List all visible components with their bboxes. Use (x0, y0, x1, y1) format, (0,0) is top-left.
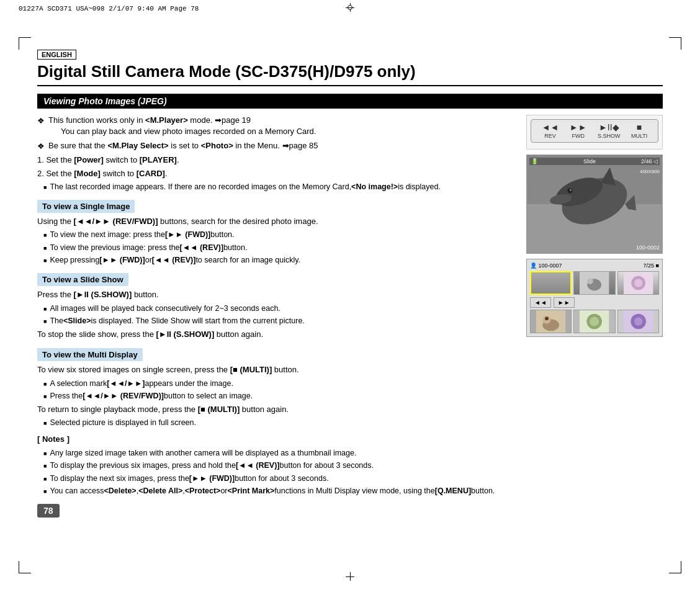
thumb-4 (530, 310, 572, 333)
rev-label: REV (544, 133, 556, 139)
print-header: 01227A SCD371 USA~098 2/1/07 9:40 AM Pag… (19, 5, 199, 12)
thumb-3 (617, 271, 659, 295)
thumb-5 (573, 310, 615, 333)
resolution-label: 400X600 (640, 169, 660, 174)
page-number: 78 (37, 504, 60, 518)
main-content: ENGLISH Digital Still Camera Mode (SC-D3… (37, 50, 663, 555)
multi-count-info: 7/25 ■ (644, 262, 659, 269)
notes-item-3: To display the next six images, press th… (43, 473, 516, 485)
notes-header: [ Notes ] (37, 434, 516, 446)
svg-point-8 (570, 189, 572, 191)
single-item-2: To view the previous image: press the [◄… (43, 243, 516, 254)
fwd-icon: ►► (570, 123, 587, 132)
notes-item-1: Any large sized image taken with another… (43, 448, 516, 459)
content-area: ❖ This function works only in <M.Player>… (37, 115, 663, 518)
svg-point-21 (590, 317, 599, 326)
image-column: ◄◄ REV ►► FWD ►II◆ S.SHOW ■ (526, 115, 663, 518)
photo-count: 2/46 ◁ (641, 158, 658, 164)
camera-controls: ◄◄ REV ►► FWD ►II◆ S.SHOW ■ (526, 115, 663, 150)
intro-sub-1: You can play back and view photo images … (61, 127, 316, 136)
diamond-icon-1: ❖ (37, 115, 45, 127)
multi-item-1: A selection mark [◄◄/►►] appears under t… (43, 379, 516, 390)
intro-bullet-1: ❖ This function works only in <M.Player>… (37, 115, 516, 137)
subsection-header-single: To view a Single Image (37, 200, 135, 213)
corner-mark-tr (669, 37, 681, 50)
multi-selected: Selected picture is displayed in full sc… (43, 418, 516, 429)
text-column: ❖ This function works only in <M.Player>… (37, 115, 516, 518)
svg-point-18 (545, 317, 549, 321)
sshow-icon: ►II◆ (599, 123, 619, 132)
intro-bullet-2: ❖ Be sure that the <M.Play Select> is se… (37, 140, 516, 152)
control-multi: ■ MULTI (631, 123, 647, 139)
battery-icon: 🔋 (531, 158, 538, 164)
page-title: Digital Still Camera Mode (SC-D375(H)/D9… (37, 62, 663, 86)
multi-item-2: Press the [◄◄/►► (REV/FWD)] button to se… (43, 391, 516, 402)
thumb-grid-bottom (530, 310, 659, 333)
thumb-grid-top (530, 271, 659, 295)
multi-return: To return to single playback mode, press… (37, 404, 516, 416)
thumb-prev-btn[interactable]: ◄◄ (530, 297, 551, 308)
intro-text-2: Be sure that the <M.Play Select> is set … (48, 140, 318, 151)
slide-label: Slide (583, 158, 596, 164)
svg-point-11 (588, 279, 593, 284)
corner-mark-tl (19, 37, 31, 50)
corner-mark-br (669, 561, 681, 573)
thumb-1 (530, 271, 572, 295)
numbered-item-2: 2. Set the [Mode] switch to [CARD]. (37, 168, 516, 179)
english-badge: ENGLISH (37, 50, 76, 60)
multi-intro: To view six stored images on single scre… (37, 364, 516, 376)
notes-item-4: You can access <Delete>, <Delete All>, <… (43, 486, 516, 497)
multi-icon: ■ (637, 123, 642, 132)
rev-icon: ◄◄ (542, 123, 559, 132)
slideshow-stop: To stop the slide show, press the [►II (… (37, 329, 516, 341)
photo-display: 🔋 Slide 2/46 ◁ 400X600 100-0002 (526, 155, 663, 254)
note-recorded-image: The last recorded image appears. If ther… (43, 182, 516, 193)
svg-point-14 (634, 279, 642, 287)
multi-display: 👤 100-0007 7/25 ■ (526, 259, 663, 337)
thumb-next-btn[interactable]: ►► (554, 297, 575, 308)
sshow-label: S.SHOW (598, 133, 621, 139)
slideshow-item-1: All images will be played back consecuti… (43, 303, 516, 315)
multi-header: 👤 100-0007 7/25 ■ (530, 262, 659, 269)
slideshow-intro: Press the [►II (S.SHOW)] button. (37, 289, 516, 301)
section-header: Viewing Photo Images (JPEG) (37, 94, 663, 109)
crosshair-top-icon (346, 3, 354, 12)
svg-point-24 (634, 318, 642, 326)
control-rev: ◄◄ REV (542, 123, 559, 139)
slideshow-item-2: The <Slide> is displayed. The Slide Show… (43, 316, 516, 327)
single-intro: Using the [◄◄/►► (REV/FWD)] buttons, sea… (37, 216, 516, 228)
fwd-label: FWD (572, 133, 585, 139)
photo-info-bar: 🔋 Slide 2/46 ◁ (529, 158, 660, 165)
thumb-6 (617, 310, 659, 333)
multi-label: MULTI (631, 133, 647, 139)
thumb-2 (573, 271, 615, 295)
photo-bottom-info: 100-0002 (636, 244, 660, 251)
subsection-header-slideshow: To view a Slide Show (37, 273, 128, 286)
numbered-item-1: 1. Set the [Power] switch to [PLAYER]. (37, 155, 516, 166)
control-sshow: ►II◆ S.SHOW (598, 123, 621, 139)
corner-mark-bl (19, 561, 31, 573)
page-container: 01227A SCD371 USA~098 2/1/07 9:40 AM Pag… (0, 0, 700, 592)
diamond-icon-2: ❖ (37, 141, 45, 152)
controls-row: ◄◄ REV ►► FWD ►II◆ S.SHOW ■ (531, 119, 658, 143)
thumb-nav: ◄◄ ►► (530, 297, 659, 308)
single-item-1: To view the next image: press the [►► (F… (43, 230, 516, 241)
notes-item-2: To display the previous six images, pres… (43, 460, 516, 472)
crosshair-bottom-icon (346, 572, 354, 581)
multi-user-info: 👤 100-0007 (530, 262, 562, 269)
intro-text-1: This function works only in <M.Player> m… (48, 115, 251, 125)
control-fwd: ►► FWD (570, 123, 587, 139)
single-item-3: Keep pressing [►► (FWD)] or [◄◄ (REV)] t… (43, 255, 516, 266)
dolphin-scene: 🔋 Slide 2/46 ◁ 400X600 100-0002 (527, 155, 662, 253)
subsection-header-multi: To view the Multi Display (37, 348, 143, 361)
